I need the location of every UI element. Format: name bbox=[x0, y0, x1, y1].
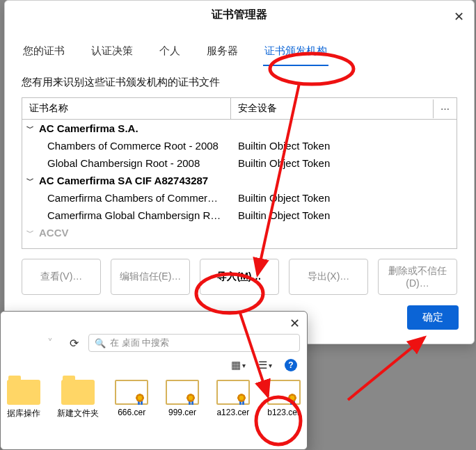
file-dialog-toolbar: ▦ ▾ ☰ ▾ ? bbox=[1, 359, 307, 374]
view-menu[interactable]: ☰ ▾ bbox=[258, 359, 272, 371]
tab-personal[interactable]: 个人 bbox=[158, 39, 182, 66]
folder-item[interactable]: 新建文件夹 bbox=[57, 380, 99, 419]
table-body: ﹀ AC Camerfirma S.A. Chambers of Commerc… bbox=[22, 120, 457, 241]
file-open-dialog: ✕ ˅ ⟳ 🔍 在 桌面 中搜索 ▦ ▾ ☰ ▾ ? 据库操作 新建文件夹 bbox=[0, 311, 308, 450]
cert-file-item[interactable]: b123.cer bbox=[266, 380, 301, 419]
table-group-row[interactable]: ﹀ ACCV bbox=[22, 224, 457, 241]
chevron-down-icon: ﹀ bbox=[26, 227, 35, 238]
file-list: 据库操作 新建文件夹 666.cer 999.cer a123.cer b123… bbox=[1, 374, 307, 421]
refresh-icon[interactable]: ⟳ bbox=[65, 334, 83, 352]
cell-cert-name: Chambers of Commerce Root - 2008 bbox=[22, 140, 231, 152]
cert-file-item[interactable]: 666.cer bbox=[114, 380, 150, 419]
action-row: 查看(V)… 编辑信任(E)… 导入(M)… 导出(X)… 删除或不信任(D)… bbox=[5, 249, 474, 295]
chevron-down-icon: ﹀ bbox=[26, 123, 35, 134]
caret-down-icon: ▾ bbox=[242, 362, 246, 369]
cert-table: 证书名称 安全设备 ⋯ ﹀ AC Camerfirma S.A. Chamber… bbox=[22, 97, 457, 249]
dialog-title: 证书管理器 bbox=[212, 8, 267, 22]
table-row[interactable]: Camerfirma Chambers of Commer… Builtin O… bbox=[22, 189, 457, 207]
export-button[interactable]: 导出(X)… bbox=[289, 259, 368, 295]
file-label: 999.cer bbox=[168, 408, 196, 417]
cert-file-item[interactable]: 999.cer bbox=[165, 380, 200, 419]
table-row[interactable]: Global Chambersign Root - 2008 Builtin O… bbox=[22, 154, 457, 172]
certificate-icon bbox=[166, 380, 199, 405]
file-label: b123.cer bbox=[267, 408, 300, 417]
file-label: 666.cer bbox=[118, 408, 145, 417]
organize-menu[interactable]: ▦ ▾ bbox=[231, 359, 246, 371]
group-label: ACCV bbox=[39, 227, 69, 239]
tab-auth-decisions[interactable]: 认证决策 bbox=[90, 39, 134, 66]
delete-button[interactable]: 删除或不信任(D)… bbox=[378, 259, 457, 295]
description-text: 您有用来识别这些证书颁发机构的证书文件 bbox=[5, 66, 474, 93]
certificate-manager-dialog: 证书管理器 ✕ 您的证书 认证决策 个人 服务器 证书颁发机构 您有用来识别这些… bbox=[4, 0, 475, 344]
cell-cert-name: Camerfirma Chambers of Commer… bbox=[22, 192, 231, 204]
file-label: 新建文件夹 bbox=[57, 408, 99, 419]
folder-icon bbox=[61, 380, 95, 405]
cert-file-item[interactable]: a123.cer bbox=[215, 380, 251, 419]
file-dialog-header: ✕ bbox=[1, 312, 307, 331]
help-icon[interactable]: ? bbox=[285, 359, 297, 371]
list-icon: ☰ bbox=[258, 359, 267, 371]
nav-up-button[interactable]: ˅ bbox=[41, 334, 59, 352]
search-placeholder: 在 桌面 中搜索 bbox=[110, 337, 169, 349]
search-icon: 🔍 bbox=[95, 338, 106, 348]
file-label: 据库操作 bbox=[7, 408, 40, 419]
table-group-row[interactable]: ﹀ AC Camerfirma S.A. bbox=[22, 120, 457, 137]
caret-down-icon: ▾ bbox=[269, 362, 272, 369]
table-header: 证书名称 安全设备 ⋯ bbox=[22, 98, 457, 120]
svg-line-5 bbox=[348, 337, 425, 400]
edit-trust-button[interactable]: 编辑信任(E)… bbox=[111, 259, 190, 295]
view-button[interactable]: 查看(V)… bbox=[22, 259, 101, 295]
cell-cert-name: Camerfirma Global Chambersign R… bbox=[22, 209, 231, 221]
cell-device: Builtin Object Token bbox=[231, 192, 457, 204]
dialog-header: 证书管理器 ✕ bbox=[5, 1, 474, 33]
column-cert-name[interactable]: 证书名称 bbox=[22, 98, 231, 119]
import-key: M bbox=[240, 271, 248, 282]
grid-icon: ▦ bbox=[231, 359, 241, 371]
tab-bar: 您的证书 认证决策 个人 服务器 证书颁发机构 bbox=[5, 33, 474, 66]
import-button[interactable]: 导入(M)… bbox=[200, 259, 279, 295]
file-dialog-nav: ˅ ⟳ 🔍 在 桌面 中搜索 bbox=[1, 331, 307, 359]
column-menu-icon[interactable]: ⋯ bbox=[433, 99, 457, 118]
table-row[interactable]: Chambers of Commerce Root - 2008 Builtin… bbox=[22, 137, 457, 154]
import-suffix: )… bbox=[248, 271, 262, 282]
chevron-down-icon: ﹀ bbox=[26, 175, 35, 186]
table-group-row[interactable]: ﹀ AC Camerfirma SA CIF A82743287 bbox=[22, 172, 457, 189]
cell-device: Builtin Object Token bbox=[231, 157, 457, 169]
group-label: AC Camerfirma S.A. bbox=[39, 122, 138, 134]
tab-your-certs[interactable]: 您的证书 bbox=[22, 39, 66, 66]
ok-button[interactable]: 确定 bbox=[407, 305, 459, 330]
cell-device: Builtin Object Token bbox=[231, 140, 457, 152]
table-row[interactable]: Camerfirma Global Chambersign R… Builtin… bbox=[22, 207, 457, 224]
cell-device: Builtin Object Token bbox=[231, 209, 457, 221]
close-icon[interactable]: ✕ bbox=[289, 316, 300, 331]
certificate-icon bbox=[115, 380, 148, 405]
certificate-icon bbox=[267, 380, 301, 405]
file-label: a123.cer bbox=[216, 408, 249, 417]
import-prefix: 导入( bbox=[217, 271, 240, 282]
column-security-device[interactable]: 安全设备 bbox=[231, 98, 433, 119]
search-input[interactable]: 🔍 在 桌面 中搜索 bbox=[88, 334, 300, 352]
group-label: AC Camerfirma SA CIF A82743287 bbox=[39, 175, 208, 186]
cell-cert-name: Global Chambersign Root - 2008 bbox=[22, 157, 231, 169]
folder-icon bbox=[7, 380, 40, 405]
certificate-icon bbox=[216, 380, 250, 405]
folder-item[interactable]: 据库操作 bbox=[6, 380, 42, 419]
tab-servers[interactable]: 服务器 bbox=[205, 39, 239, 66]
tab-authorities[interactable]: 证书颁发机构 bbox=[263, 39, 328, 66]
close-icon[interactable]: ✕ bbox=[454, 10, 464, 23]
